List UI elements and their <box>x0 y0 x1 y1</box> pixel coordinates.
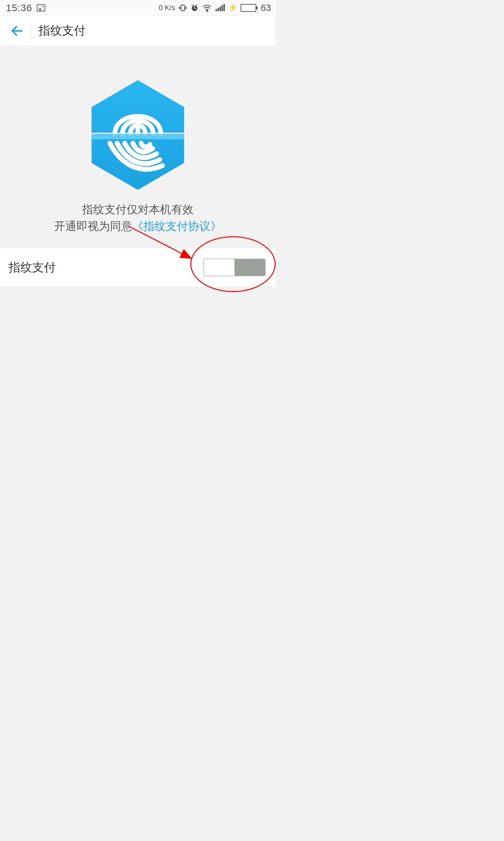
svg-line-6 <box>192 5 193 5</box>
battery-percent: 63 <box>261 3 271 13</box>
svg-line-7 <box>196 5 197 5</box>
fingerprint-hexagon-icon <box>87 78 189 192</box>
svg-rect-9 <box>216 9 217 11</box>
svg-rect-10 <box>218 8 219 11</box>
toggle-knob <box>204 259 235 276</box>
svg-rect-0 <box>181 5 184 11</box>
fingerprint-toggle[interactable] <box>203 259 266 276</box>
alarm-icon <box>190 4 199 12</box>
status-time: 15:36 <box>6 2 32 14</box>
charging-icon: ⚡ <box>228 4 237 12</box>
back-button[interactable] <box>7 21 27 41</box>
svg-point-8 <box>206 10 208 12</box>
image-icon <box>37 4 45 12</box>
signal-icon <box>215 4 225 12</box>
network-speed: 0 K/s <box>159 4 175 12</box>
nav-header: 指纹支付 <box>0 16 276 46</box>
status-right: 0 K/s <box>159 3 271 13</box>
vibrate-icon <box>179 4 187 12</box>
svg-rect-12 <box>221 5 223 11</box>
svg-rect-19 <box>92 133 184 134</box>
page-title: 指纹支付 <box>38 23 86 39</box>
status-left: 15:36 <box>6 2 45 14</box>
wifi-icon <box>202 4 212 12</box>
annotation-arrow <box>128 225 200 268</box>
battery-icon <box>240 4 256 12</box>
back-arrow-icon <box>10 24 24 38</box>
fingerprint-toggle-row: 指纹支付 <box>0 248 276 287</box>
header-divider <box>31 23 31 38</box>
desc-line-1: 指纹支付仅对本机有效 <box>54 201 221 218</box>
desc-line-2-prefix: 开通即视为同意 <box>54 220 132 232</box>
status-bar: 15:36 0 K/s <box>0 0 276 16</box>
illustration-area: 指纹支付仅对本机有效 开通即视为同意《指纹支付协议》 <box>0 46 276 248</box>
svg-rect-13 <box>223 4 225 11</box>
content: 指纹支付仅对本机有效 开通即视为同意《指纹支付协议》 指纹支付 <box>0 46 276 287</box>
toggle-label: 指纹支付 <box>8 259 56 276</box>
svg-line-21 <box>130 227 190 258</box>
svg-rect-11 <box>219 6 221 11</box>
